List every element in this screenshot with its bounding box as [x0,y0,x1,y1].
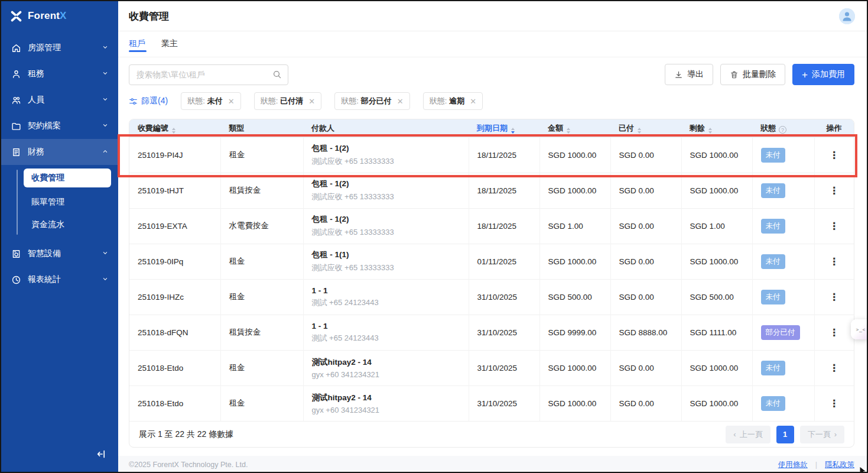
page-header: 收費管理 [118,1,867,31]
table-body: 251019-PI4J租金 包租 - 1(2) 測試应收 +65 1333333… [129,137,854,421]
bulk-delete-button[interactable]: 批量刪除 [720,64,785,85]
row-actions-kebab-icon[interactable]: ⋮ [829,363,839,373]
filter-toggle[interactable]: 篩選(4) [129,96,168,106]
sidebar: ForentX 房源管理租務人員契約檔案財務收費管理賬單管理資金流水智慧設備報表… [1,1,118,472]
paid-amount: SGD 0.00 [610,279,681,315]
sidebar-item-tenancy[interactable]: 租務 [1,61,118,87]
paid-amount: SGD 0.00 [610,385,681,421]
table-row[interactable]: 251019-tHJT租賃按金 包租 - 1(2) 測試应收 +65 13333… [129,173,854,208]
footer-link-divider: | [815,461,817,469]
remove-chip-icon[interactable]: ✕ [308,98,315,105]
sort-carets-icon[interactable] [708,128,712,134]
row-actions-kebab-icon[interactable]: ⋮ [829,150,839,160]
status-cell: 未付 [752,350,814,385]
table-row[interactable]: 251019-IHZc租金 1 - 1 測試 +65 2412344331/10… [129,279,854,315]
fee-id: 251019-IHZc [129,279,220,315]
table-row[interactable]: 251018-Etdo租金 測试hitpay2 - 14 gyx +60 341… [129,385,854,421]
report-icon [11,275,21,285]
add-fee-button[interactable]: + 添加費用 [792,64,854,85]
column-header-6[interactable]: 已付 [610,119,681,137]
column-header-7[interactable]: 剩餘 [681,119,752,137]
filter-chips: 狀態:未付✕狀態:已付清✕狀態:部分已付✕狀態:逾期✕ [181,92,483,110]
fee-id: 251019-tHJT [129,173,220,208]
export-button[interactable]: 導出 [665,64,713,85]
table-row[interactable]: 251018-Etdo租金 測试hitpay2 - 14 gyx +60 341… [129,350,854,385]
filter-bar: 篩選(4) 狀態:未付✕狀態:已付清✕狀態:部分已付✕狀態:逾期✕ [129,92,854,110]
remove-chip-icon[interactable]: ✕ [470,98,476,105]
payer-contact: 測試 +65 24123443 [312,297,464,308]
sidebar-item-property[interactable]: 房源管理 [1,35,118,61]
actions-cell: ⋮ [814,244,854,279]
chevron-right-icon: › [834,430,837,439]
table-row[interactable]: 251019-0IPq租金 包租 - 1(1) 測試应收 +65 1333333… [129,244,854,279]
payer-cell: 包租 - 1(1) 測試应收 +65 13333333 [303,244,469,279]
fee-id: 251019-EXTA [129,208,220,244]
payer-contact: 測試 +65 24123443 [312,333,464,344]
sidebar-item-reports[interactable]: 報表統計 [1,267,118,293]
search-input[interactable] [129,64,288,85]
actions-cell: ⋮ [814,208,854,244]
help-icon[interactable]: ? [779,126,786,134]
table-row[interactable]: 251018-dFQN租賃按金 1 - 1 測試 +65 2412344331/… [129,315,854,350]
trash-icon [730,70,739,79]
table-row[interactable]: 251019-EXTA水電費按金 包租 - 1(2) 測試应收 +65 1333… [129,208,854,244]
remaining-amount: SGD 500.00 [681,279,752,315]
sidebar-subitem-cash-flow[interactable]: 資金流水 [24,213,111,236]
sidebar-item-contracts[interactable]: 契約檔案 [1,113,118,139]
remove-chip-icon[interactable]: ✕ [397,98,404,105]
chevron-down-icon [102,43,109,53]
column-header-5[interactable]: 金額 [539,119,610,137]
sort-carets-icon[interactable] [511,128,515,134]
amount: SGD 1.00 [539,208,610,244]
prev-page-button[interactable]: ‹ 上一頁 [726,426,770,443]
sidebar-item-finance[interactable]: 財務 [1,139,118,165]
due-date: 18/11/2025 [469,137,539,173]
feedback-widget[interactable]: >_< [851,319,868,339]
sort-carets-icon[interactable] [172,128,175,134]
user-avatar[interactable] [839,8,855,24]
sidebar-subitem-bill-management[interactable]: 賬單管理 [24,191,111,213]
amount: SGD 9999.00 [539,315,610,350]
due-date: 31/10/2025 [469,385,539,421]
row-actions-kebab-icon[interactable]: ⋮ [829,186,839,196]
payer-name: 包租 - 1(2) [312,143,464,154]
pagination-summary: 展示 1 至 22 共 22 條數據 [139,429,233,440]
row-actions-kebab-icon[interactable]: ⋮ [829,292,839,302]
page-1-button[interactable]: 1 [776,426,794,443]
chevron-down-icon [102,249,109,258]
sort-carets-icon[interactable] [638,128,641,134]
payer-name: 1 - 1 [312,286,464,295]
column-header-1[interactable]: 收費編號 [129,119,220,137]
remaining-amount: SGD 1000.00 [681,173,752,208]
footer-link-2[interactable]: 隱私政策 [825,460,854,470]
sidebar-collapse-button[interactable] [96,449,107,462]
plus-icon: + [802,70,808,80]
payer-name: 測试hitpay2 - 14 [312,393,464,403]
search-icon [272,70,282,82]
collapse-left-icon [96,449,107,459]
row-actions-kebab-icon[interactable]: ⋮ [829,257,839,267]
row-actions-kebab-icon[interactable]: ⋮ [829,399,839,409]
row-actions-kebab-icon[interactable]: ⋮ [829,328,839,338]
submenu-guide-line [17,170,18,235]
brand-logo[interactable]: ForentX [1,1,118,31]
column-header-2: 類型 [220,119,303,137]
page-title: 收費管理 [129,9,169,23]
row-actions-kebab-icon[interactable]: ⋮ [829,221,839,231]
fee-type: 租金 [220,137,303,173]
remove-chip-icon[interactable]: ✕ [228,98,235,105]
column-header-4[interactable]: 到期日期 [469,119,539,137]
sidebar-item-people[interactable]: 人員 [1,87,118,113]
tab-tenant[interactable]: 租戶 [129,31,145,57]
footer-link-1[interactable]: 使用條款 [778,460,808,470]
fee-type: 租金 [220,350,303,385]
sidebar-subitem-fee-management[interactable]: 收費管理 [24,169,111,187]
table-row-highlighted[interactable]: 251019-PI4J租金 包租 - 1(2) 測試应收 +65 1333333… [129,137,854,173]
actions-cell: ⋮ [814,137,854,173]
tab-landlord[interactable]: 業主 [161,31,178,57]
next-page-button[interactable]: 下一頁 › [800,426,844,443]
footer-links: 使用條款|隱私政策 [778,460,854,470]
sort-carets-icon[interactable] [567,128,570,134]
due-date: 18/11/2025 [469,208,539,244]
sidebar-item-devices[interactable]: 智慧設備 [1,241,118,267]
